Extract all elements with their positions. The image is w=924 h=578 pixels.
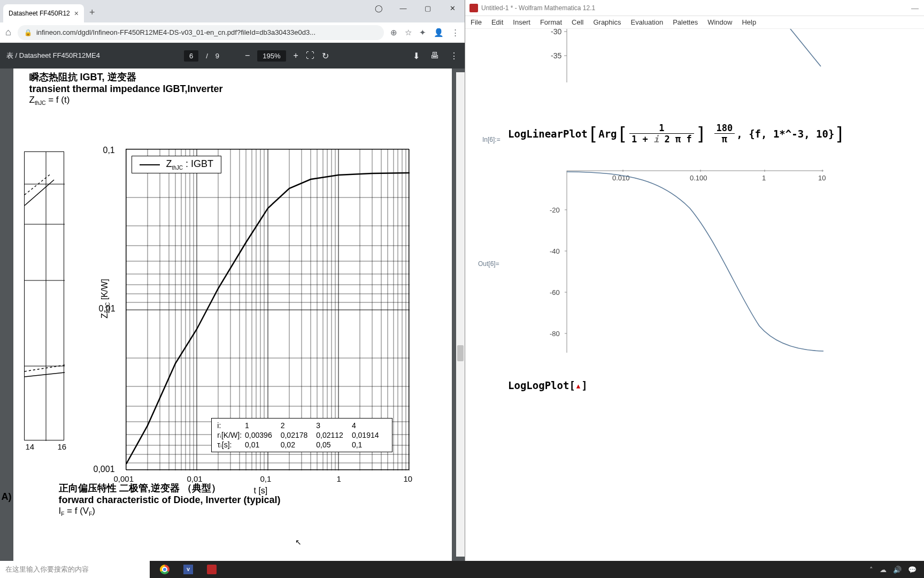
legend-text: ZthJC : IGBT [166, 158, 214, 171]
tray-notifications-icon[interactable]: 💬 [908, 566, 917, 574]
windows-taskbar: 在这里输入你要搜索的内容 V ˄ ☁ 🔊 💬 [0, 561, 924, 578]
output-plot: 0.010 0.100 1 10 -20 -40 -60 -80 [503, 160, 877, 363]
svg-line-8 [25, 372, 65, 377]
visio-icon: V [183, 565, 193, 574]
menu-palettes[interactable]: Palettes [673, 18, 698, 26]
more-icon[interactable]: ⋮ [450, 51, 458, 61]
next-equation: IF = f (VF) [59, 506, 281, 517]
legend-box: ZthJC : IGBT [132, 156, 222, 173]
star-icon[interactable]: ☆ [405, 28, 412, 37]
thermal-impedance-chart: 14 16 ZthJC [K/W] 0,1 0,01 0,001 0,001 0… [40, 117, 425, 459]
svg-text:-35: -35 [551, 51, 561, 60]
notebook-body[interactable]: -30 -35 In[6]:= LogLinearPlot[Arg[ 11 + … [465, 29, 924, 578]
wolfram-icon [469, 4, 478, 12]
zoom-out-button[interactable]: − [245, 51, 250, 60]
pdf-toolbar: 表 / Datasheet FF450R12ME4 6 / 9 − 195% +… [0, 43, 465, 69]
tray-chevron-icon[interactable]: ˄ [869, 566, 873, 574]
out-label: Out[6]= [478, 260, 499, 268]
partial-xtick-14: 14 [26, 442, 35, 451]
tab-strip: Datasheet FF450R12 × + ◯ ― ▢ ✕ [0, 0, 465, 22]
wolfram-taskbar-icon [207, 565, 217, 574]
svg-line-6 [25, 180, 54, 206]
menu-graphics[interactable]: Graphics [593, 18, 621, 26]
v-scrollbar[interactable] [456, 72, 465, 557]
legend-line-icon [140, 164, 160, 165]
input-expression[interactable]: LogLinearPlot[Arg[ 11 + i 2 π f ] 180π ,… [508, 123, 845, 144]
home-icon[interactable]: ⌂ [5, 27, 11, 38]
cursor-icon: ↖ [295, 538, 302, 546]
svg-text:-60: -60 [550, 288, 560, 296]
page-sep: / [206, 52, 208, 60]
partial-xtick-16: 16 [58, 442, 67, 451]
tab-active[interactable]: Datasheet FF450R12 × [3, 4, 84, 22]
download-icon[interactable]: ⬇ [413, 51, 420, 61]
mm-titlebar[interactable]: Untitled-1 * - Wolfram Mathematica 12.1 … [465, 0, 924, 16]
y-tick-0: 0,1 [103, 146, 115, 155]
svg-text:0.100: 0.100 [690, 174, 707, 182]
menu-format[interactable]: Format [540, 18, 562, 26]
minimize-button[interactable]: ― [391, 0, 415, 16]
y-tick-2: 0,001 [94, 465, 115, 474]
taskbar-search[interactable]: 在这里输入你要搜索的内容 [0, 561, 150, 578]
mm-menubar: File Edit Insert Format Cell Graphics Ev… [465, 16, 924, 29]
partial-left-chart [24, 151, 64, 440]
fit-page-icon[interactable]: ⛶ [306, 51, 314, 60]
taskbar-visio[interactable]: V [178, 561, 199, 578]
menu-evaluation[interactable]: Evaluation [630, 18, 663, 26]
circle-icon[interactable]: ◯ [366, 0, 391, 16]
mm-minimize-button[interactable]: ― [911, 4, 919, 12]
svg-text:-20: -20 [550, 206, 560, 214]
partial-upper-plot: -30 -35 [503, 29, 877, 88]
menu-help[interactable]: Help [742, 18, 756, 26]
lock-icon: 🔒 [24, 29, 32, 36]
rotate-icon[interactable]: ↻ [322, 51, 329, 61]
menu-window[interactable]: Window [707, 18, 732, 26]
tab-title: Datasheet FF450R12 [9, 10, 70, 17]
search-placeholder: 在这里输入你要搜索的内容 [5, 565, 89, 574]
chrome-icon [160, 565, 170, 574]
extensions-icon[interactable]: ✦ [419, 28, 426, 37]
maximize-button[interactable]: ▢ [415, 0, 440, 16]
url-input[interactable]: 🔒 infineon.com/dgdl/Infineon-FF450R12ME4… [18, 25, 384, 40]
system-tray[interactable]: ˄ ☁ 🔊 💬 [862, 566, 924, 574]
menu-icon[interactable]: ⋮ [451, 28, 459, 37]
zoom-in-button[interactable]: + [294, 51, 298, 60]
menu-cell[interactable]: Cell [572, 18, 583, 26]
new-tab-button[interactable]: + [89, 7, 95, 18]
partial-right-label: A) [2, 491, 12, 503]
chart-title-en: transient thermal impedance IGBT,Inverte… [29, 83, 436, 95]
y-tick-1: 0,01 [99, 304, 116, 314]
print-icon[interactable]: 🖶 [430, 51, 439, 61]
page-number-input[interactable]: 6 [184, 50, 198, 62]
menu-insert[interactable]: Insert [513, 18, 530, 26]
profile-icon[interactable]: 👤 [434, 28, 444, 37]
taskbar-wolfram[interactable] [201, 561, 222, 578]
svg-text:-80: -80 [550, 330, 560, 338]
mathematica-window: Untitled-1 * - Wolfram Mathematica 12.1 … [465, 0, 924, 578]
svg-text:1: 1 [762, 174, 766, 182]
svg-text:10: 10 [818, 174, 826, 182]
tab-close-icon[interactable]: × [74, 9, 79, 18]
pdf-viewport[interactable]: 瞬态热阻抗 IGBT, 逆变器 transient thermal impeda… [0, 69, 465, 578]
close-button[interactable]: ✕ [440, 0, 465, 16]
chart-title-cn: 瞬态热阻抗 IGBT, 逆变器 [29, 71, 436, 83]
svg-text:-40: -40 [550, 247, 560, 255]
in-label: In[6]:= [482, 136, 500, 143]
tray-cloud-icon[interactable]: ☁ [880, 566, 887, 574]
menu-file[interactable]: File [471, 18, 482, 26]
pdf-page: 瞬态热阻抗 IGBT, 逆变器 transient thermal impeda… [13, 69, 452, 578]
page-total: 9 [215, 52, 219, 60]
tray-volume-icon[interactable]: 🔊 [893, 566, 902, 574]
mm-title-text: Untitled-1 * - Wolfram Mathematica 12.1 [481, 4, 595, 12]
menu-edit[interactable]: Edit [491, 18, 503, 26]
chrome-browser: Datasheet FF450R12 × + ◯ ― ▢ ✕ ⌂ 🔒 infin… [0, 0, 465, 578]
log-log-plot: ZthJC : IGBT i:1234 rᵢ[K/W]:0,003960,021… [126, 149, 409, 470]
taskbar-chrome[interactable] [154, 561, 175, 578]
pdf-title: 表 / Datasheet FF450R12ME4 [6, 51, 100, 60]
address-bar: ⌂ 🔒 infineon.com/dgdl/Infineon-FF450R12M… [0, 22, 465, 43]
next-title-en: forward characteristic of Diode, Inverte… [59, 495, 281, 506]
loglogplot-input[interactable]: LogLogPlot[▴] [508, 379, 588, 391]
chart-equation: ZthJC = f (t) [29, 95, 436, 106]
zoom-input[interactable]: 195% [257, 50, 286, 62]
zoom-icon[interactable]: ⊕ [390, 28, 397, 37]
